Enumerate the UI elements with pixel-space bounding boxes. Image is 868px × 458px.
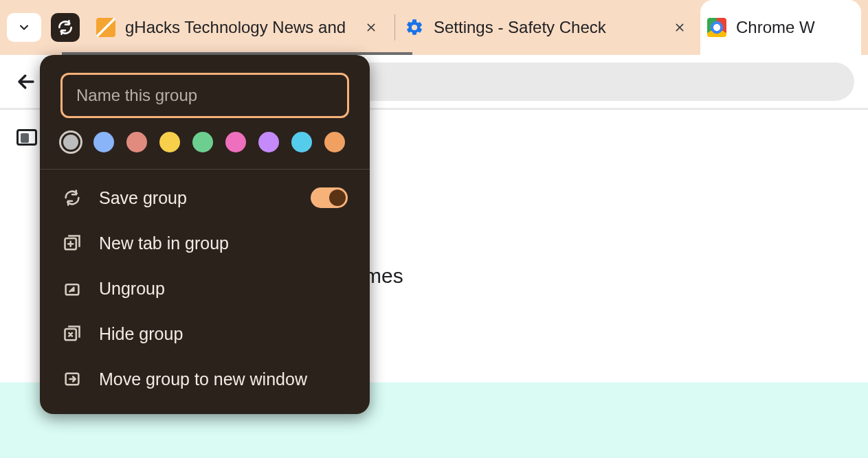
group-color-red[interactable]	[126, 132, 147, 152]
tab-settings[interactable]: Settings - Safety Check	[398, 0, 700, 55]
group-color-picker	[40, 132, 370, 169]
tab-close-button[interactable]	[671, 19, 688, 36]
group-color-grey[interactable]	[63, 135, 78, 150]
menu-item-label: New tab in group	[99, 233, 348, 253]
menu-item-move-to-new-window[interactable]: Move group to new window	[40, 356, 370, 402]
tab-group-menu: Save group New tab in group Ungroup Hide…	[40, 55, 370, 414]
tab-ghacks[interactable]: gHacks Technology News and	[89, 0, 392, 55]
group-name-input[interactable]	[60, 73, 349, 118]
tab-close-button[interactable]	[363, 19, 379, 36]
tab-title: gHacks Technology News and	[125, 18, 353, 37]
menu-item-label: Move group to new window	[99, 369, 348, 389]
hide-icon	[62, 323, 82, 344]
sync-icon	[56, 19, 74, 36]
close-icon	[674, 22, 685, 33]
menu-item-hide-group[interactable]: Hide group	[40, 311, 370, 356]
menu-item-label: Ungroup	[99, 279, 348, 299]
sidepanel-icon[interactable]	[16, 129, 37, 146]
tab-search-button[interactable]	[7, 13, 41, 42]
favicon-chrome-icon	[707, 18, 726, 37]
group-color-green[interactable]	[192, 132, 213, 152]
group-color-pink[interactable]	[225, 132, 246, 152]
tab-separator	[394, 14, 395, 41]
tab-chrome-webstore[interactable]: Chrome W	[700, 0, 861, 55]
menu-item-ungroup[interactable]: Ungroup	[40, 266, 370, 311]
group-color-cyan[interactable]	[291, 132, 312, 152]
menu-item-label: Save group	[99, 188, 294, 208]
group-color-orange[interactable]	[324, 132, 345, 152]
menu-divider	[40, 169, 370, 170]
chevron-down-icon	[17, 21, 31, 34]
tab-group-chip[interactable]	[51, 13, 80, 42]
tab-title: Chrome W	[736, 18, 849, 37]
move-window-icon	[62, 369, 82, 389]
group-color-blue[interactable]	[93, 132, 114, 152]
nav-back-button[interactable]	[14, 69, 38, 94]
save-group-toggle[interactable]	[311, 187, 348, 208]
tab-title: Settings - Safety Check	[434, 18, 662, 37]
ungroup-icon	[62, 278, 82, 299]
favicon-ghacks-icon	[96, 18, 115, 37]
new-tab-icon	[62, 233, 82, 253]
group-color-purple[interactable]	[258, 132, 279, 152]
close-icon	[366, 22, 377, 33]
sync-icon	[62, 187, 82, 208]
favicon-settings-icon	[405, 18, 424, 37]
tab-strip: gHacks Technology News and Settings - Sa…	[0, 0, 868, 55]
menu-item-label: Hide group	[99, 324, 348, 344]
page-partial-text: mes	[364, 264, 403, 288]
menu-item-save-group[interactable]: Save group	[40, 175, 370, 220]
group-color-yellow[interactable]	[159, 132, 180, 152]
menu-item-new-tab-in-group[interactable]: New tab in group	[40, 220, 370, 266]
arrow-left-icon	[16, 71, 36, 92]
